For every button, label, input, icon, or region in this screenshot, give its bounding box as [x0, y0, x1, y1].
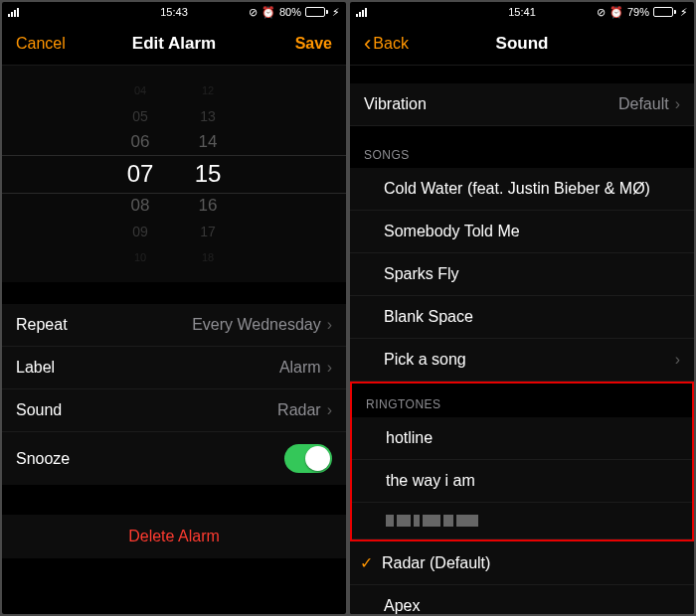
label-row[interactable]: Label Alarm›: [2, 347, 346, 389]
songs-list: Cold Water (feat. Justin Bieber & MØ) So…: [350, 168, 694, 382]
ringtones-list: ✓ Radar (Default) Apex Beacon: [350, 541, 694, 614]
song-row[interactable]: Somebody Told Me: [350, 211, 694, 253]
charging-icon: ⚡︎: [332, 6, 340, 19]
song-row[interactable]: Blank Space: [350, 296, 694, 339]
song-row[interactable]: Cold Water (feat. Justin Bieber & MØ): [350, 168, 694, 211]
rotation-lock-icon: ⊘: [249, 6, 258, 19]
nav-bar: ‹ Back Sound: [350, 22, 694, 66]
chevron-right-icon: ›: [327, 359, 332, 377]
alarm-settings-list: Repeat Every Wednesday› Label Alarm› Sou…: [2, 304, 346, 485]
nav-bar: Cancel Edit Alarm Save: [2, 22, 346, 66]
signal-icon: [8, 8, 19, 17]
censored-text: [386, 515, 478, 527]
chevron-left-icon: ‹: [364, 33, 371, 55]
highlight-box: RINGTONES hotline the way i am: [350, 382, 694, 541]
delete-alarm-button[interactable]: Delete Alarm: [2, 515, 346, 558]
battery-icon: [305, 7, 328, 17]
battery-icon: [653, 7, 676, 17]
snooze-row: Snooze: [2, 432, 346, 485]
checkmark-icon: ✓: [360, 553, 380, 572]
page-title: Edit Alarm: [132, 34, 216, 54]
time-picker[interactable]: 0412 0513 0614 0715 0816 0917 1018: [2, 66, 346, 282]
song-row[interactable]: Sparks Fly: [350, 253, 694, 296]
snooze-toggle[interactable]: [284, 444, 332, 473]
alarm-icon: ⏰: [261, 6, 275, 19]
status-time: 15:41: [508, 6, 536, 18]
battery-percent: 80%: [279, 6, 301, 18]
ringtone-row[interactable]: ✓ Radar (Default): [350, 541, 694, 585]
sound-screen: 15:41 ⊘ ⏰ 79% ⚡︎ ‹ Back Sound Vibration …: [350, 2, 694, 614]
pick-song-row[interactable]: Pick a song ›: [350, 339, 694, 382]
battery-percent: 79%: [627, 6, 649, 18]
status-time: 15:43: [160, 6, 188, 18]
ringtone-row-obscured[interactable]: [352, 503, 692, 539]
chevron-right-icon: ›: [675, 351, 680, 369]
alarm-icon: ⏰: [609, 6, 623, 19]
page-title: Sound: [496, 34, 549, 54]
status-bar: 15:41 ⊘ ⏰ 79% ⚡︎: [350, 2, 694, 22]
repeat-row[interactable]: Repeat Every Wednesday›: [2, 304, 346, 347]
chevron-right-icon: ›: [327, 401, 332, 419]
charging-icon: ⚡︎: [680, 6, 688, 19]
songs-header: SONGS: [350, 126, 694, 168]
cancel-button[interactable]: Cancel: [16, 35, 66, 53]
ringtones-header: RINGTONES: [352, 384, 692, 417]
ringtone-row[interactable]: Apex: [350, 585, 694, 614]
edit-alarm-screen: 15:43 ⊘ ⏰ 80% ⚡︎ Cancel Edit Alarm Save …: [2, 2, 346, 614]
ringtone-row[interactable]: hotline: [352, 417, 692, 460]
ringtone-row[interactable]: the way i am: [352, 460, 692, 503]
chevron-right-icon: ›: [327, 316, 332, 334]
signal-icon: [356, 8, 367, 17]
sound-row[interactable]: Sound Radar›: [2, 389, 346, 432]
vibration-row[interactable]: Vibration Default›: [350, 83, 694, 126]
back-button[interactable]: ‹ Back: [364, 33, 409, 55]
chevron-right-icon: ›: [675, 95, 680, 113]
save-button[interactable]: Save: [295, 35, 332, 53]
status-bar: 15:43 ⊘ ⏰ 80% ⚡︎: [2, 2, 346, 22]
rotation-lock-icon: ⊘: [597, 6, 606, 19]
